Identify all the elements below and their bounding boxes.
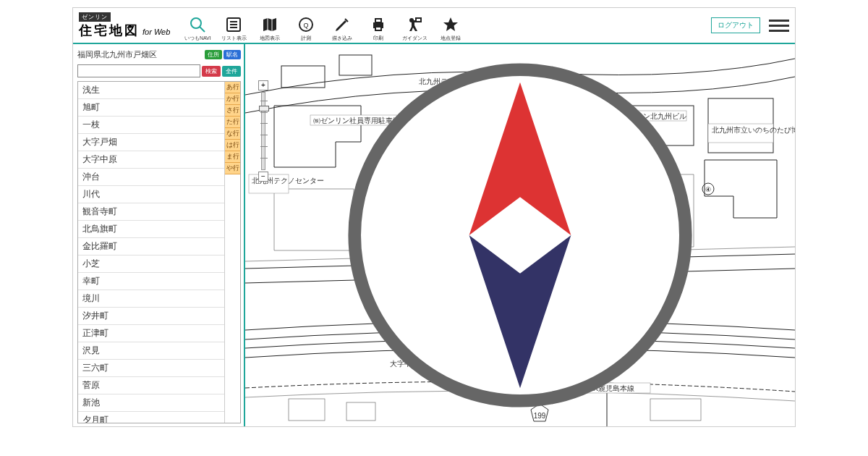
- search-button[interactable]: 検索: [202, 66, 221, 77]
- svg-rect-9: [375, 19, 381, 22]
- breadcrumb-text: 福岡県北九州市戸畑区: [77, 49, 157, 60]
- list-item[interactable]: 幸町: [78, 273, 224, 290]
- logo: ゼンリン 住宅地図 for Web: [79, 12, 170, 39]
- list-item[interactable]: 旭町: [78, 99, 224, 117]
- clear-button[interactable]: 全件: [222, 66, 241, 77]
- app-frame: ゼンリン 住宅地図 for Web いつもNAVI リスト表示 地図表示 Q 計…: [72, 7, 796, 427]
- hamburger-icon[interactable]: [769, 15, 789, 35]
- compass-icon: [245, 44, 795, 426]
- search-row: 検索 全件: [77, 64, 241, 77]
- kana-button[interactable]: ま行: [225, 151, 240, 163]
- logout-button[interactable]: ログアウト: [711, 17, 760, 33]
- tool-favorite[interactable]: 地点登録: [435, 9, 467, 42]
- kana-button[interactable]: は行: [225, 140, 240, 151]
- zoom-track[interactable]: [261, 92, 265, 170]
- list-item[interactable]: 一枝: [78, 117, 224, 134]
- star-icon: [442, 16, 459, 33]
- header: ゼンリン 住宅地図 for Web いつもNAVI リスト表示 地図表示 Q 計…: [73, 8, 795, 44]
- list-item[interactable]: 境川: [78, 290, 224, 308]
- body: 福岡県北九州市戸畑区 住所 駅名 検索 全件 浅生旭町一枝大字戸畑大字中原沖台川…: [73, 44, 795, 426]
- kana-button[interactable]: や行: [225, 163, 240, 174]
- breadcrumb: 福岡県北九州市戸畑区 住所 駅名: [77, 47, 241, 62]
- bc-btn-address[interactable]: 住所: [205, 50, 222, 59]
- search-icon: [189, 16, 206, 33]
- kana-button[interactable]: あ行: [225, 82, 240, 93]
- bc-btn-station[interactable]: 駅名: [224, 50, 241, 59]
- list-item[interactable]: 大字戸畑: [78, 134, 224, 151]
- map-icon: [261, 16, 278, 33]
- list-item[interactable]: 川代: [78, 186, 224, 203]
- place-list[interactable]: 浅生旭町一枝大字戸畑大字中原沖台川代観音寺町北鳥旗町金比羅町小芝幸町境川汐井町正…: [78, 82, 224, 423]
- list-item[interactable]: 小芝: [78, 256, 224, 273]
- kana-button[interactable]: た行: [225, 117, 240, 128]
- tool-label: 印刷: [373, 35, 383, 42]
- tool-label: いつもNAVI: [184, 35, 211, 42]
- list-item[interactable]: 金比羅町: [78, 238, 224, 256]
- place-list-wrap: 浅生旭町一枝大字戸畑大字中原沖台川代観音寺町北鳥旗町金比羅町小芝幸町境川汐井町正…: [77, 81, 241, 423]
- tool-label: ガイダンス: [402, 35, 427, 42]
- kana-button[interactable]: な行: [225, 128, 240, 140]
- kana-button[interactable]: さ行: [225, 105, 240, 117]
- list-item[interactable]: 三六町: [78, 360, 224, 377]
- svg-line-1: [200, 27, 205, 32]
- zoom-slider: + −: [258, 80, 268, 182]
- pencil-icon: [333, 16, 351, 33]
- tool-label: 描き込み: [332, 35, 352, 42]
- list-item[interactable]: 汐井町: [78, 308, 224, 325]
- sidebar: 福岡県北九州市戸畑区 住所 駅名 検索 全件 浅生旭町一枝大字戸畑大字中原沖台川…: [73, 44, 245, 426]
- svg-rect-12: [416, 18, 421, 22]
- zoom-handle[interactable]: [259, 106, 269, 111]
- tool-label: 地図表示: [260, 35, 280, 42]
- tool-list[interactable]: リスト表示: [218, 9, 250, 42]
- print-icon: [370, 16, 387, 33]
- kana-index: あ行か行さ行た行な行は行ま行や行: [224, 82, 240, 423]
- tool-map[interactable]: 地図表示: [254, 9, 286, 42]
- kana-button[interactable]: か行: [225, 93, 240, 105]
- list-item[interactable]: 沢見: [78, 342, 224, 360]
- logo-text: 住宅地図: [79, 22, 140, 39]
- list-item[interactable]: 新池: [78, 394, 224, 412]
- tool-edit[interactable]: 描き込み: [326, 9, 358, 42]
- logo-main: 住宅地図 for Web: [79, 22, 170, 39]
- svg-text:Q: Q: [304, 22, 309, 29]
- tool-print[interactable]: 印刷: [362, 9, 394, 42]
- logo-tag: ゼンリン: [79, 12, 111, 22]
- list-item[interactable]: 浅生: [78, 82, 224, 99]
- list-item[interactable]: 大字中原: [78, 151, 224, 169]
- tool-label: 計測: [301, 35, 311, 42]
- svg-point-0: [191, 18, 201, 28]
- list-item[interactable]: 夕月町: [78, 412, 224, 423]
- svg-rect-10: [375, 27, 381, 30]
- list-item[interactable]: 正津町: [78, 325, 224, 342]
- search-input[interactable]: [77, 64, 200, 77]
- tool-measure[interactable]: Q 計測: [290, 9, 322, 42]
- guide-icon: [406, 16, 423, 33]
- zoom-in-button[interactable]: +: [258, 80, 268, 90]
- list-icon: [225, 16, 242, 33]
- tool-label: 地点登録: [441, 35, 461, 42]
- tool-search[interactable]: いつもNAVI: [182, 9, 213, 42]
- map-pane[interactable]: ㈱ゼンリン社員専用駐車場 北九州テクノパーク ゼンリン北九州ビル 北九州市立いの…: [245, 44, 795, 426]
- measure-icon: Q: [297, 16, 315, 33]
- tool-guide[interactable]: ガイダンス: [399, 9, 430, 42]
- list-item[interactable]: 北鳥旗町: [78, 221, 224, 238]
- zoom-out-button[interactable]: −: [258, 172, 268, 182]
- list-item[interactable]: 沖台: [78, 169, 224, 186]
- logo-sub: for Web: [142, 28, 170, 36]
- list-item[interactable]: 菅原: [78, 377, 224, 394]
- list-item[interactable]: 観音寺町: [78, 203, 224, 221]
- tool-label: リスト表示: [221, 35, 247, 42]
